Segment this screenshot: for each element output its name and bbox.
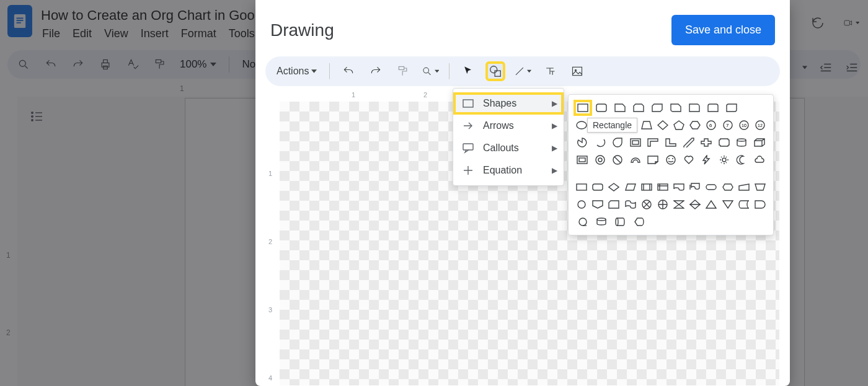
svg-rect-23 [463, 144, 473, 150]
shape-decision[interactable] [607, 180, 621, 194]
zoom-icon[interactable] [422, 63, 439, 80]
chevron-down-icon [435, 69, 440, 73]
shape-ellipse[interactable] [575, 118, 588, 132]
shape-delay[interactable] [753, 198, 767, 211]
shape-offpage[interactable] [591, 198, 604, 211]
shape-tool-icon[interactable] [487, 63, 504, 80]
menu-item-shapes[interactable]: Shapes ▶ [453, 92, 564, 115]
svg-point-17 [423, 68, 429, 73]
svg-rect-25 [596, 104, 606, 112]
shape-alt-process[interactable] [591, 180, 604, 194]
shape-manual-input[interactable] [737, 180, 751, 194]
shape-folded-corner[interactable] [645, 153, 661, 167]
shape-heptagon[interactable]: 6 [704, 118, 718, 132]
shape-pentagon[interactable] [672, 118, 686, 132]
shape-cube[interactable] [751, 136, 767, 149]
paint-format-icon[interactable] [394, 63, 412, 80]
undo-icon[interactable] [340, 63, 357, 80]
shape-rounded-rectangle[interactable] [593, 101, 609, 115]
shape-snip-same[interactable] [631, 101, 647, 115]
image-tool-icon[interactable] [569, 63, 586, 80]
textbox-tool-icon[interactable] [541, 63, 559, 80]
chevron-right-icon: ▶ [552, 166, 557, 175]
shape-process[interactable] [575, 180, 588, 194]
shape-round-same[interactable] [705, 101, 721, 115]
select-tool-icon[interactable] [459, 63, 477, 80]
shape-octagon[interactable]: 7 [721, 118, 735, 132]
shape-lightning[interactable] [699, 153, 714, 167]
shape-dodecagon[interactable]: 12 [753, 118, 767, 132]
svg-point-56 [597, 218, 606, 221]
shape-donut[interactable] [593, 153, 608, 167]
shape-round-single[interactable] [686, 101, 702, 115]
chevron-down-icon [311, 69, 317, 73]
svg-point-43 [666, 156, 675, 164]
shape-half-frame[interactable] [645, 136, 661, 149]
shape-merge[interactable] [721, 198, 735, 211]
shape-connector[interactable] [575, 198, 588, 211]
menu-item-callouts[interactable]: Callouts ▶ [453, 137, 564, 159]
shape-magnetic-disk[interactable] [593, 215, 609, 229]
shape-snip-round[interactable] [668, 101, 684, 115]
svg-rect-24 [578, 104, 588, 112]
svg-point-40 [596, 156, 604, 164]
shape-teardrop[interactable] [610, 136, 626, 149]
shape-direct-access[interactable] [612, 215, 628, 229]
shape-snip-single[interactable] [612, 101, 628, 115]
redo-icon[interactable] [367, 63, 384, 80]
shape-pie[interactable] [575, 136, 590, 149]
shape-decagon[interactable]: 10 [737, 118, 751, 132]
shape-sort[interactable] [688, 198, 702, 211]
shape-moon[interactable] [734, 153, 750, 167]
dialog-title: Drawing [270, 20, 334, 40]
shape-snip-diag[interactable] [649, 101, 665, 115]
svg-rect-19 [495, 71, 501, 76]
shape-card[interactable] [607, 198, 621, 211]
shape-stored-data[interactable] [737, 198, 751, 211]
shape-l-shape[interactable] [663, 136, 679, 149]
chevron-right-icon: ▶ [552, 99, 557, 108]
shape-sun[interactable] [716, 153, 732, 167]
shape-diamond[interactable] [656, 118, 670, 132]
svg-rect-51 [706, 185, 716, 190]
shape-preparation[interactable] [721, 180, 735, 194]
menu-item-equation[interactable]: Equation ▶ [453, 159, 564, 182]
menu-item-label: Equation [483, 165, 522, 176]
shape-summing[interactable] [640, 198, 653, 211]
shape-frame[interactable] [628, 136, 644, 149]
shape-no-symbol[interactable] [610, 153, 626, 167]
shape-plaque[interactable] [716, 136, 732, 149]
shape-round-diag[interactable] [724, 101, 740, 115]
shape-cross[interactable] [699, 136, 714, 149]
shape-smiley[interactable] [663, 153, 679, 167]
shape-extract[interactable] [704, 198, 718, 211]
shape-heart[interactable] [681, 153, 696, 167]
menu-item-label: Callouts [483, 143, 519, 154]
shape-data[interactable] [624, 180, 637, 194]
shape-or[interactable] [656, 198, 670, 211]
shape-terminator[interactable] [704, 180, 718, 194]
arrow-icon [462, 120, 474, 132]
menu-item-arrows[interactable]: Arrows ▶ [453, 115, 564, 137]
shape-seq-access[interactable] [575, 215, 591, 229]
shape-rectangle[interactable] [575, 101, 591, 115]
save-and-close-button[interactable]: Save and close [671, 15, 775, 45]
shape-block-arc[interactable] [628, 153, 644, 167]
shape-trapezoid[interactable] [640, 118, 653, 132]
shape-manual-operation[interactable] [753, 180, 767, 194]
shape-chord[interactable] [593, 136, 608, 149]
shape-bevel[interactable] [575, 153, 590, 167]
shape-diag-stripe[interactable] [681, 136, 696, 149]
line-tool-icon[interactable] [514, 63, 531, 80]
shape-internal-storage[interactable] [656, 180, 670, 194]
shape-hexagon[interactable] [688, 118, 702, 132]
actions-menu[interactable]: Actions [274, 63, 319, 79]
shape-collate[interactable] [672, 198, 686, 211]
shape-can[interactable] [734, 136, 750, 149]
shape-display[interactable] [631, 215, 647, 229]
shape-punched-tape[interactable] [624, 198, 637, 211]
shape-document[interactable] [672, 180, 686, 194]
shape-multidocument[interactable] [688, 180, 702, 194]
shape-predefined[interactable] [640, 180, 653, 194]
shape-cloud[interactable] [751, 153, 767, 167]
